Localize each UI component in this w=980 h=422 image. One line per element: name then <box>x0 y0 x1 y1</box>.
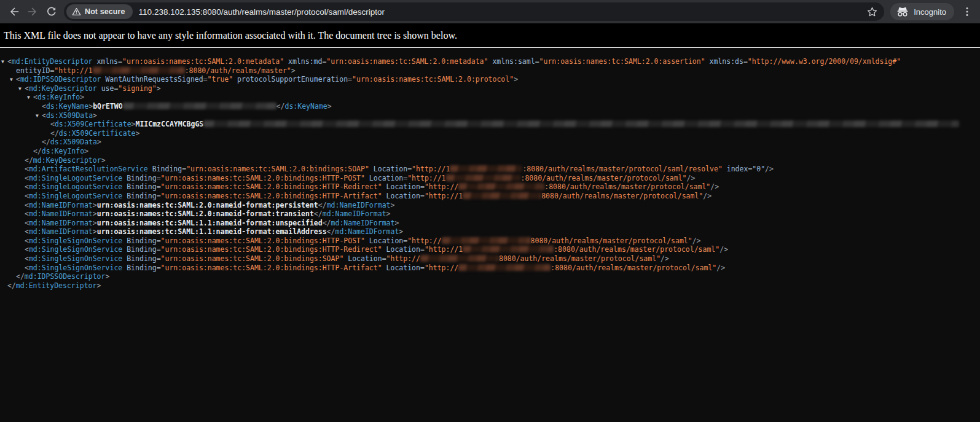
xml-punctuation: = <box>420 192 425 200</box>
xml-attribute-value: :8080/auth/realms/master/protocol/saml/r… <box>522 165 722 173</box>
browser-menu-button[interactable] <box>960 6 974 17</box>
xml-punctuation: = <box>743 57 748 66</box>
xml-attribute-name: Binding <box>122 236 156 245</box>
xml-tag-name: md:KeyDescriptor <box>33 156 101 165</box>
xml-line: </md:IDPSSODescriptor> <box>0 272 980 281</box>
xml-punctuation: > <box>93 111 97 120</box>
xml-attribute-value: :8080/auth/realms/master" <box>185 66 291 75</box>
collapse-toggle-icon[interactable]: ▼ <box>1 58 7 67</box>
url-text[interactable]: 110.238.102.135:8080/auth/realms/master/… <box>139 7 867 17</box>
xml-punctuation: > <box>135 129 139 138</box>
xml-attribute-name: xmlns:md <box>284 57 322 66</box>
bookmark-star-icon <box>866 6 878 18</box>
xml-punctuation: < <box>25 192 29 200</box>
xml-attribute-name: Binding <box>122 245 156 254</box>
bookmark-button[interactable] <box>866 6 878 18</box>
xml-punctuation: = <box>157 192 161 200</box>
forward-button[interactable] <box>23 2 42 21</box>
xml-tag-name: md:NameIDFormat <box>323 209 386 218</box>
xml-attribute-value: "urn:oasis:names:tc:SAML:2.0:bindings:HT… <box>161 236 365 245</box>
xml-text-content: urn:oasis:names:tc:SAML:1.1:nameid-forma… <box>97 227 327 236</box>
xml-tag-name: ds:X509Certificate <box>55 120 131 128</box>
xml-tag-name: md:NameIDFormat <box>331 219 395 227</box>
redacted-text <box>458 264 551 271</box>
xml-line: <md:SingleSignOnService Binding="urn:oas… <box>0 236 980 246</box>
xml-text-content: urn:oasis:names:tc:SAML:2.0:nameid-forma… <box>97 209 314 218</box>
reload-button[interactable] <box>42 2 60 21</box>
xml-tag-name: md:EntityDescriptor <box>12 57 93 66</box>
xml-attribute-value: "http://1 <box>412 165 450 173</box>
xml-attribute-value: "urn:oasis:names:tc:SAML:2.0:bindings:HT… <box>161 245 382 254</box>
xml-attribute-name: index <box>723 165 748 173</box>
xml-tag-name: md:NameIDFormat <box>335 227 399 236</box>
xml-line: <md:NameIDFormat>urn:oasis:names:tc:SAML… <box>0 227 980 236</box>
xml-punctuation: = <box>157 245 161 254</box>
xml-tag-name: md:SingleSignOnService <box>29 236 122 245</box>
redacted-text <box>446 174 521 181</box>
xml-attribute-value: 8080/auth/realms/master/protocol/saml" <box>499 254 661 263</box>
collapse-toggle-icon[interactable]: ▼ <box>10 76 16 85</box>
xml-punctuation: < <box>25 165 29 173</box>
redacted-text <box>442 237 531 244</box>
xml-punctuation: > <box>93 209 97 218</box>
xml-punctuation: > <box>84 147 88 155</box>
xml-punctuation: = <box>420 245 425 254</box>
xml-line: <md:SingleSignOnService Binding="urn:oas… <box>0 245 980 254</box>
xml-attribute-name: Location <box>369 165 407 173</box>
xml-punctuation: < <box>42 111 46 120</box>
url-bar[interactable]: Not secure 110.238.102.135:8080/auth/rea… <box>64 2 884 21</box>
xml-line: <ds:X509Certificate>MIICmzCCAYMCBgGS <box>0 120 980 129</box>
xml-punctuation: = <box>157 174 161 182</box>
xml-punctuation: < <box>25 245 29 254</box>
xml-punctuation: < <box>25 236 29 245</box>
xml-line: entityID="http://1:8080/auth/realms/mast… <box>0 66 980 76</box>
xml-tag-name: md:SingleLogoutService <box>29 192 122 200</box>
xml-attribute-name: Binding <box>122 192 156 200</box>
xml-attribute-name: Location <box>343 254 382 263</box>
xml-punctuation: </ <box>314 209 323 218</box>
xml-attribute-value: "0" <box>752 165 765 173</box>
xml-tag-name: ds:X509Data <box>46 111 93 120</box>
xml-line: <md:NameIDFormat>urn:oasis:names:tc:SAML… <box>0 219 980 228</box>
xml-punctuation: = <box>420 182 425 191</box>
xml-punctuation: < <box>42 102 46 111</box>
xml-punctuation: < <box>7 57 12 66</box>
xml-line: </md:EntityDescriptor> <box>0 281 980 291</box>
back-button[interactable] <box>5 2 23 21</box>
collapse-toggle-icon[interactable]: ▼ <box>27 93 33 103</box>
xml-attribute-value: "urn:oasis:names:tc:SAML:2.0:bindings:HT… <box>161 192 382 200</box>
xml-punctuation: > <box>131 120 136 128</box>
redacted-text <box>463 192 541 199</box>
not-secure-label: Not secure <box>85 7 125 16</box>
xml-tag-name: md:NameIDFormat <box>29 227 93 236</box>
collapse-toggle-icon[interactable]: ▼ <box>36 112 42 121</box>
xml-punctuation: > <box>394 219 399 227</box>
not-secure-chip[interactable]: Not secure <box>66 4 133 19</box>
xml-punctuation: /> <box>765 165 774 173</box>
xml-attribute-name: Binding <box>122 254 156 263</box>
xml-attribute-value: "http:// <box>425 264 458 272</box>
xml-line: <md:SingleSignOnService Binding="urn:oas… <box>0 264 980 273</box>
xml-attribute-name: Location <box>382 245 420 254</box>
xml-attribute-value: "http://www.w3.org/2000/09/xmldsig#" <box>748 57 901 66</box>
xml-attribute-value: "urn:oasis:names:tc:SAML:2.0:bindings:HT… <box>161 182 382 191</box>
xml-attribute-value: "signing" <box>118 84 156 93</box>
xml-punctuation: /> <box>710 182 719 191</box>
xml-punctuation: </ <box>16 272 25 281</box>
back-arrow-icon <box>8 6 20 18</box>
xml-line: <md:SingleLogoutService Binding="urn:oas… <box>0 182 980 192</box>
xml-punctuation: </ <box>327 227 335 236</box>
xml-punctuation: </ <box>7 281 16 290</box>
xml-attribute-name: Binding <box>122 174 156 182</box>
xml-attribute-value: :8080/auth/realms/master/protocol/saml" <box>521 174 687 182</box>
collapse-toggle-icon[interactable]: ▼ <box>18 85 25 94</box>
redacted-text <box>123 103 276 109</box>
xml-tag-name: md:NameIDFormat <box>29 209 93 218</box>
xml-tag-name: md:SingleSignOnService <box>29 264 122 272</box>
xml-punctuation: > <box>96 281 101 290</box>
xml-tag-name: md:IDPSSODescriptor <box>20 75 101 84</box>
xml-attribute-value: "http://1 <box>54 66 92 75</box>
xml-attribute-value: "http:// <box>407 236 441 245</box>
xml-punctuation: > <box>390 201 394 209</box>
xml-punctuation: </ <box>33 147 42 155</box>
